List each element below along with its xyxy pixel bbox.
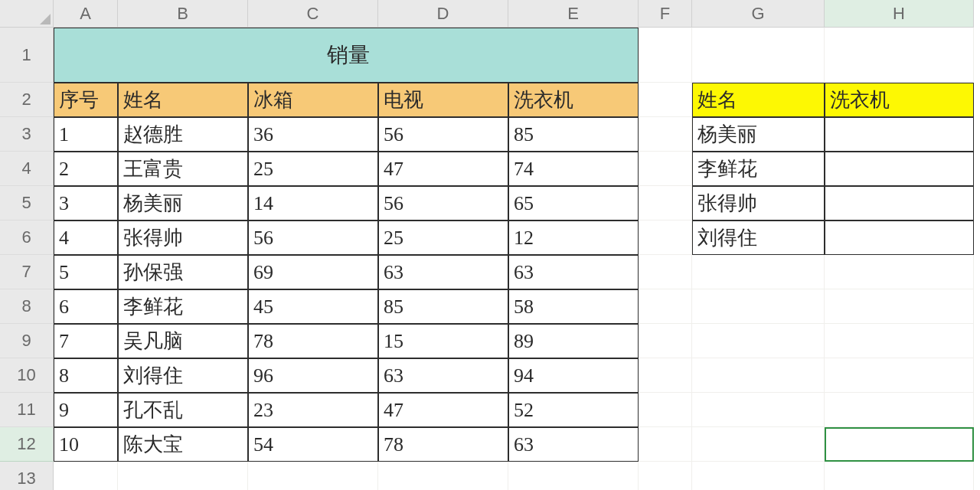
main-cell-B6[interactable]: 张得帅 [118, 220, 248, 255]
cell-G9[interactable] [692, 324, 825, 358]
row-header-4[interactable]: 4 [0, 152, 54, 186]
main-cell-A7[interactable]: 5 [54, 255, 118, 289]
cell-G11[interactable] [692, 393, 825, 427]
main-cell-C6[interactable]: 56 [248, 220, 378, 255]
cell-E13[interactable] [508, 462, 639, 490]
cell-F10[interactable] [639, 358, 692, 393]
main-cell-E4[interactable]: 74 [508, 152, 639, 186]
col-header-H[interactable]: H [825, 0, 974, 28]
main-cell-A9[interactable]: 7 [54, 324, 118, 358]
main-cell-D7[interactable]: 63 [378, 255, 508, 289]
main-cell-E3[interactable]: 85 [508, 117, 639, 152]
cell-F1[interactable] [639, 28, 692, 83]
main-cell-B4[interactable]: 王富贵 [118, 152, 248, 186]
cell-F4[interactable] [639, 152, 692, 186]
main-cell-A5[interactable]: 3 [54, 186, 118, 220]
main-cell-A12[interactable]: 10 [54, 427, 118, 462]
cell-F8[interactable] [639, 289, 692, 324]
cell-H8[interactable] [825, 289, 974, 324]
cell-F7[interactable] [639, 255, 692, 289]
cell-G1[interactable] [692, 28, 825, 83]
cell-H1[interactable] [825, 28, 974, 83]
cell-F3[interactable] [639, 117, 692, 152]
row-header-9[interactable]: 9 [0, 324, 54, 358]
main-cell-C11[interactable]: 23 [248, 393, 378, 427]
cell-F2[interactable] [639, 83, 692, 117]
cell-H10[interactable] [825, 358, 974, 393]
cell-F11[interactable] [639, 393, 692, 427]
main-header-B[interactable]: 姓名 [118, 83, 248, 117]
main-header-D[interactable]: 电视 [378, 83, 508, 117]
main-cell-D9[interactable]: 15 [378, 324, 508, 358]
cell-G8[interactable] [692, 289, 825, 324]
main-cell-B9[interactable]: 吴凡脑 [118, 324, 248, 358]
main-cell-B7[interactable]: 孙保强 [118, 255, 248, 289]
cell-D13[interactable] [378, 462, 508, 490]
main-cell-A10[interactable]: 8 [54, 358, 118, 393]
cell-H11[interactable] [825, 393, 974, 427]
cell-F9[interactable] [639, 324, 692, 358]
row-header-8[interactable]: 8 [0, 289, 54, 324]
main-header-A[interactable]: 序号 [54, 83, 118, 117]
main-cell-E8[interactable]: 58 [508, 289, 639, 324]
row-header-10[interactable]: 10 [0, 358, 54, 393]
active-cell[interactable] [825, 427, 974, 462]
main-cell-B12[interactable]: 陈大宝 [118, 427, 248, 462]
side-header-G[interactable]: 姓名 [692, 83, 825, 117]
cell-G13[interactable] [692, 462, 825, 490]
main-cell-D11[interactable]: 47 [378, 393, 508, 427]
main-cell-C4[interactable]: 25 [248, 152, 378, 186]
main-cell-C12[interactable]: 54 [248, 427, 378, 462]
row-header-7[interactable]: 7 [0, 255, 54, 289]
col-header-A[interactable]: A [54, 0, 118, 28]
main-cell-C5[interactable]: 14 [248, 186, 378, 220]
side-cell-G4[interactable]: 李鲜花 [692, 152, 825, 186]
main-cell-C9[interactable]: 78 [248, 324, 378, 358]
merged-title[interactable]: 销量 [54, 28, 639, 83]
main-cell-D12[interactable]: 78 [378, 427, 508, 462]
main-cell-B8[interactable]: 李鲜花 [118, 289, 248, 324]
row-header-2[interactable]: 2 [0, 83, 54, 117]
row-header-3[interactable]: 3 [0, 117, 54, 152]
main-cell-E7[interactable]: 63 [508, 255, 639, 289]
main-cell-A4[interactable]: 2 [54, 152, 118, 186]
side-cell-H4[interactable] [825, 152, 974, 186]
select-all-corner[interactable] [0, 0, 54, 28]
col-header-E[interactable]: E [508, 0, 639, 28]
cell-G12[interactable] [692, 427, 825, 462]
main-cell-C10[interactable]: 96 [248, 358, 378, 393]
main-cell-A11[interactable]: 9 [54, 393, 118, 427]
side-cell-G6[interactable]: 刘得住 [692, 220, 825, 255]
main-cell-D10[interactable]: 63 [378, 358, 508, 393]
col-header-F[interactable]: F [639, 0, 692, 28]
main-cell-A8[interactable]: 6 [54, 289, 118, 324]
col-header-B[interactable]: B [118, 0, 248, 28]
cell-H7[interactable] [825, 255, 974, 289]
main-cell-E11[interactable]: 52 [508, 393, 639, 427]
main-cell-B11[interactable]: 孔不乱 [118, 393, 248, 427]
side-cell-G3[interactable]: 杨美丽 [692, 117, 825, 152]
main-cell-C3[interactable]: 36 [248, 117, 378, 152]
row-header-5[interactable]: 5 [0, 186, 54, 220]
cell-H13[interactable] [825, 462, 974, 490]
row-header-12[interactable]: 12 [0, 427, 54, 462]
main-cell-E6[interactable]: 12 [508, 220, 639, 255]
cell-F12[interactable] [639, 427, 692, 462]
cell-B13[interactable] [118, 462, 248, 490]
row-header-1[interactable]: 1 [0, 28, 54, 83]
main-cell-A3[interactable]: 1 [54, 117, 118, 152]
main-cell-D6[interactable]: 25 [378, 220, 508, 255]
main-cell-B3[interactable]: 赵德胜 [118, 117, 248, 152]
row-header-13[interactable]: 13 [0, 462, 54, 490]
main-cell-E9[interactable]: 89 [508, 324, 639, 358]
cell-F13[interactable] [639, 462, 692, 490]
main-cell-D3[interactable]: 56 [378, 117, 508, 152]
main-cell-D5[interactable]: 56 [378, 186, 508, 220]
main-cell-C7[interactable]: 69 [248, 255, 378, 289]
main-cell-A6[interactable]: 4 [54, 220, 118, 255]
main-cell-D4[interactable]: 47 [378, 152, 508, 186]
side-cell-H6[interactable] [825, 220, 974, 255]
main-cell-E10[interactable]: 94 [508, 358, 639, 393]
main-cell-B10[interactable]: 刘得住 [118, 358, 248, 393]
cell-A13[interactable] [54, 462, 118, 490]
